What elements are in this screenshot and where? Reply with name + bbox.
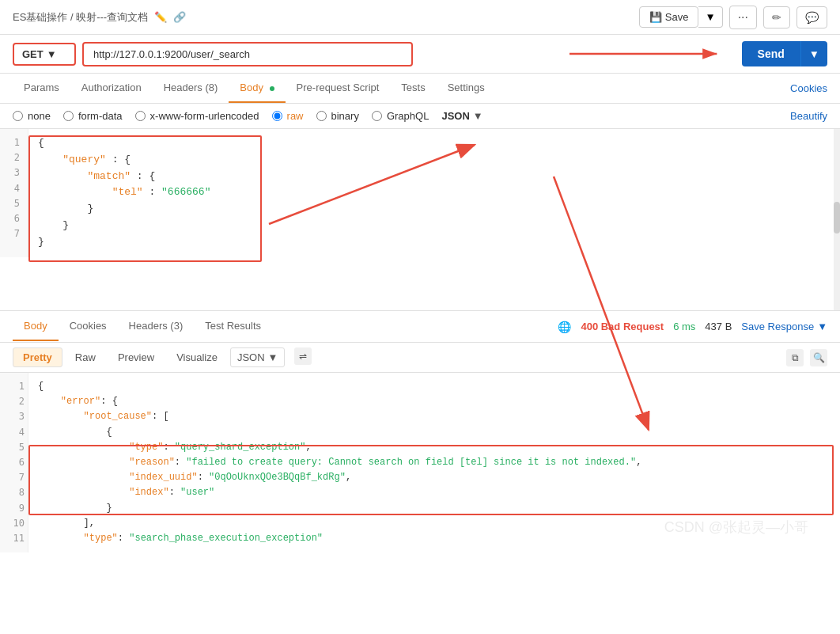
form-data-radio[interactable] — [63, 111, 74, 121]
response-status: 400 Bad Request — [581, 321, 664, 332]
tab-authorization[interactable]: Authorization — [70, 74, 153, 103]
save-response-chevron: ▼ — [817, 321, 827, 332]
edit-icon-button[interactable]: ✏ — [763, 6, 790, 28]
resp-json-chevron-icon: ▼ — [268, 351, 278, 363]
none-radio[interactable] — [13, 111, 23, 121]
right-arrow-svg — [569, 46, 728, 62]
binary-radio-group[interactable]: binary — [316, 110, 359, 122]
search-response-icon[interactable]: 🔍 — [810, 349, 827, 366]
tab-body[interactable]: Body — [229, 74, 285, 103]
comment-icon-button[interactable]: 💬 — [796, 6, 827, 28]
tab-params[interactable]: Params — [13, 74, 70, 103]
method-chevron-icon: ▼ — [47, 48, 57, 60]
urlencoded-radio[interactable] — [135, 111, 146, 121]
resp-tab-cookies[interactable]: Cookies — [59, 312, 118, 341]
send-dropdown-button[interactable]: ▼ — [800, 41, 827, 66]
tab-pre-request[interactable]: Pre-request Script — [286, 74, 391, 103]
url-input[interactable] — [82, 42, 413, 66]
line-numbers: 1234567 — [0, 129, 28, 257]
form-data-radio-group[interactable]: form-data — [63, 110, 123, 122]
response-code-area[interactable]: 12345 67891011 { "error": { "root_cause"… — [0, 373, 840, 552]
send-button[interactable]: Send — [742, 41, 800, 66]
fmt-tab-visualize[interactable]: Visualize — [167, 347, 227, 367]
breadcrumb: ES基础操作 / 映射---查询文档 — [13, 10, 148, 25]
fmt-tab-pretty[interactable]: Pretty — [13, 347, 62, 367]
graphql-radio-group[interactable]: GraphQL — [372, 110, 429, 122]
fmt-tab-preview[interactable]: Preview — [108, 347, 164, 367]
tab-settings[interactable]: Settings — [437, 74, 496, 103]
response-header: Body Cookies Headers (3) Test Results 🌐 … — [0, 311, 840, 343]
response-json-dropdown[interactable]: JSON ▼ — [230, 347, 286, 367]
tab-headers[interactable]: Headers (8) — [153, 74, 229, 103]
method-dropdown[interactable]: GET ▼ — [13, 43, 76, 66]
save-dropdown-button[interactable]: ▼ — [698, 6, 722, 28]
save-icon: 💾 — [649, 11, 662, 23]
csdn-watermark: CSDN @张起灵—小哥 — [664, 518, 808, 537]
raw-radio-group[interactable]: raw — [272, 110, 304, 122]
response-time: 6 ms — [673, 321, 695, 332]
resp-tab-body[interactable]: Body — [13, 312, 59, 341]
globe-icon: 🌐 — [558, 321, 571, 333]
json-format-dropdown[interactable]: JSON ▼ — [441, 110, 482, 122]
code-content[interactable]: { "query" : { "match" : { "tel" : "66666… — [28, 129, 840, 257]
request-code-editor[interactable]: 1234567 { "query" : { "match" : { "tel" … — [0, 129, 840, 311]
beautify-button[interactable]: Beautify — [790, 110, 827, 122]
save-response-button[interactable]: Save Response ▼ — [741, 321, 827, 332]
save-button[interactable]: 💾 Save — [639, 6, 699, 28]
response-size: 437 B — [705, 321, 732, 332]
link-icon[interactable]: 🔗 — [173, 11, 186, 23]
send-button-group[interactable]: Send ▼ — [742, 41, 827, 66]
response-line-numbers: 12345 67891011 — [0, 373, 28, 552]
more-options-button[interactable]: ··· — [729, 6, 757, 29]
resp-tab-test-results[interactable]: Test Results — [194, 312, 272, 341]
response-filter-icon[interactable]: ⇌ — [294, 347, 312, 365]
method-label: GET — [22, 48, 44, 60]
copy-response-icon[interactable]: ⧉ — [786, 349, 804, 366]
arrow-decoration — [419, 46, 736, 62]
urlencoded-radio-group[interactable]: x-www-form-urlencoded — [135, 110, 259, 122]
fmt-tab-raw[interactable]: Raw — [66, 347, 105, 367]
binary-radio[interactable] — [316, 111, 327, 121]
graphql-radio[interactable] — [372, 111, 382, 121]
edit-icon[interactable]: ✏️ — [154, 11, 167, 23]
editor-scrollbar-thumb[interactable] — [834, 202, 840, 233]
json-chevron-icon: ▼ — [473, 110, 483, 122]
resp-tab-headers[interactable]: Headers (3) — [118, 312, 195, 341]
response-format-bar: Pretty Raw Preview Visualize JSON ▼ ⇌ ⧉ … — [0, 343, 840, 373]
editor-scrollbar[interactable] — [834, 129, 840, 310]
raw-radio[interactable] — [272, 111, 282, 121]
body-active-dot — [270, 86, 274, 91]
tab-tests[interactable]: Tests — [390, 74, 436, 103]
cookies-link[interactable]: Cookies — [790, 82, 827, 94]
none-radio-group[interactable]: none — [13, 110, 51, 122]
